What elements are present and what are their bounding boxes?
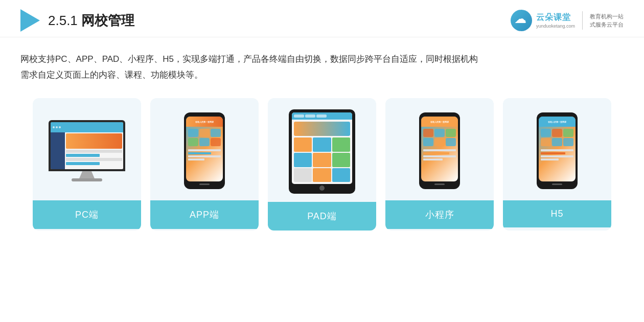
card-app: 创造人的第一堂网课: [150, 98, 259, 231]
app-visual: 创造人的第一堂网课: [176, 98, 233, 200]
page-title: 2.5.1 网校管理: [48, 12, 134, 30]
brand-domain: yunduoketang.com: [536, 23, 575, 30]
brand-text: 云朵课堂 yunduoketang.com: [536, 12, 575, 30]
card-app-label: APP端: [150, 200, 259, 229]
brand-name: 云朵课堂: [536, 12, 575, 23]
card-h5-label: H5: [503, 200, 611, 227]
card-pc-label: PC端: [33, 200, 141, 229]
logo-icon: [20, 9, 40, 32]
device-cards-area: PC端 创造人的第一堂网课: [0, 88, 644, 241]
description-line1: 网校支持PC、APP、PAD、小程序、H5，实现多端打通，产品各终端自由切换，数…: [20, 52, 624, 67]
phone-icon-h5: 创造人的第一堂网课: [537, 112, 578, 189]
brand-icon: [511, 10, 532, 31]
mini-visual: 创造人的第一堂网课: [411, 98, 468, 200]
pad-visual: [281, 98, 363, 202]
card-pc: PC端: [33, 98, 141, 231]
description-line2: 需求自定义页面上的内容、课程、功能模块等。: [20, 67, 624, 83]
card-pad: PAD端: [268, 98, 376, 231]
header-left: 2.5.1 网校管理: [20, 9, 134, 32]
description-block: 网校支持PC、APP、PAD、小程序、H5，实现多端打通，产品各终端自由切换，数…: [0, 37, 644, 88]
page-header: 2.5.1 网校管理 云朵课堂 yunduoketang.com 教育机构一站 …: [0, 0, 644, 37]
phone-icon-mini: 创造人的第一堂网课: [419, 112, 460, 189]
brand-divider: [582, 11, 583, 30]
brand-slogan: 教育机构一站 式服务云平台: [590, 12, 624, 29]
card-h5: 创造人的第一堂网课: [503, 98, 611, 231]
h5-visual: 创造人的第一堂网课: [528, 98, 586, 200]
brand-logo: 云朵课堂 yunduoketang.com 教育机构一站 式服务云平台: [511, 10, 624, 31]
pc-visual: [40, 98, 133, 200]
card-pad-label: PAD端: [268, 202, 376, 231]
monitor-icon: [49, 120, 125, 181]
card-mini: 创造人的第一堂网课: [385, 98, 494, 231]
tablet-icon: [289, 109, 355, 194]
phone-icon-app: 创造人的第一堂网课: [184, 112, 225, 189]
card-mini-label: 小程序: [385, 200, 494, 229]
